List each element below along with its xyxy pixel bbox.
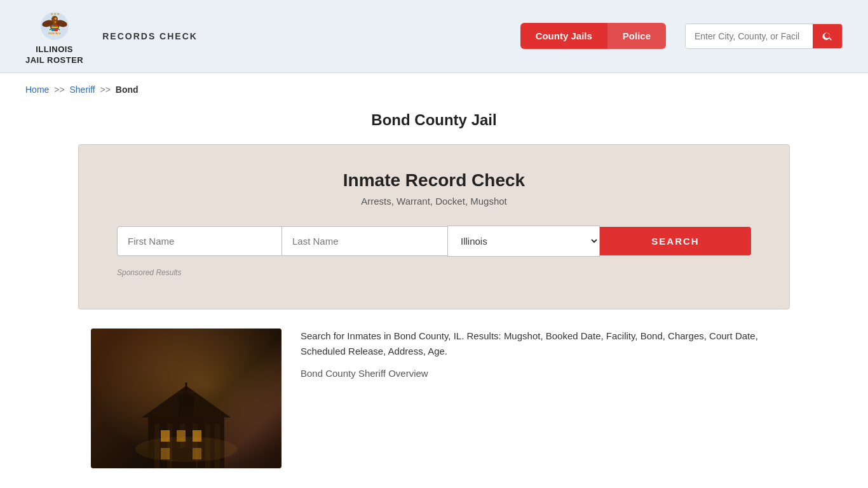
building-silhouette-icon <box>129 379 243 468</box>
svg-text:STATE SEAL: STATE SEAL <box>48 32 61 35</box>
police-button[interactable]: Police <box>607 23 666 49</box>
breadcrumb-sep-1: >> <box>54 85 64 95</box>
inmate-search-subtitle: Arrests, Warrant, Docket, Mugshot <box>117 196 751 207</box>
header-search-bar <box>685 24 843 49</box>
svg-point-33 <box>135 437 237 462</box>
inmate-search-button[interactable]: SEARCH <box>600 227 751 255</box>
bottom-description: Search for Inmates in Bond County, IL. R… <box>301 329 777 359</box>
header-search-input[interactable] <box>686 25 813 48</box>
bottom-text: Search for Inmates in Bond County, IL. R… <box>301 329 777 468</box>
svg-text:★★★: ★★★ <box>50 12 59 16</box>
site-logo[interactable]: ★★★ STATE SEAL ILLINOIS JAIL ROSTER <box>25 6 83 66</box>
breadcrumb-sep-2: >> <box>100 85 111 95</box>
bottom-section: Search for Inmates in Bond County, IL. R… <box>78 329 790 488</box>
inmate-search-box: Inmate Record Check Arrests, Warrant, Do… <box>78 144 790 309</box>
main-nav: County Jails Police <box>520 23 666 49</box>
records-check-label: RECORDS CHECK <box>102 31 198 41</box>
illinois-seal-icon: ★★★ STATE SEAL <box>37 8 72 43</box>
logo-icon: ★★★ STATE SEAL <box>36 6 74 44</box>
breadcrumb-home[interactable]: Home <box>25 85 49 95</box>
breadcrumb-current: Bond <box>116 85 139 95</box>
county-jails-button[interactable]: County Jails <box>520 23 607 49</box>
first-name-input[interactable] <box>117 226 282 256</box>
page-title: Bond County Jail <box>0 111 868 129</box>
header-search-button[interactable] <box>813 24 842 48</box>
logo-text: ILLINOIS JAIL ROSTER <box>25 44 83 66</box>
bottom-subheading: Bond County Sheriff Overview <box>301 368 777 379</box>
inmate-search-fields: IllinoisAlabamaAlaskaArizonaArkansasCali… <box>117 226 751 257</box>
search-icon <box>822 30 833 42</box>
breadcrumb-sheriff[interactable]: Sheriff <box>70 85 95 95</box>
site-header: ★★★ STATE SEAL ILLINOIS JAIL ROSTER RECO… <box>0 0 868 73</box>
last-name-input[interactable] <box>282 226 447 256</box>
state-select[interactable]: IllinoisAlabamaAlaskaArizonaArkansasCali… <box>447 226 600 257</box>
svg-point-7 <box>55 18 56 19</box>
sponsored-label: Sponsored Results <box>117 268 751 277</box>
breadcrumb: Home >> Sheriff >> Bond <box>0 73 868 101</box>
inmate-search-title: Inmate Record Check <box>117 170 751 191</box>
courthouse-image <box>91 329 281 468</box>
